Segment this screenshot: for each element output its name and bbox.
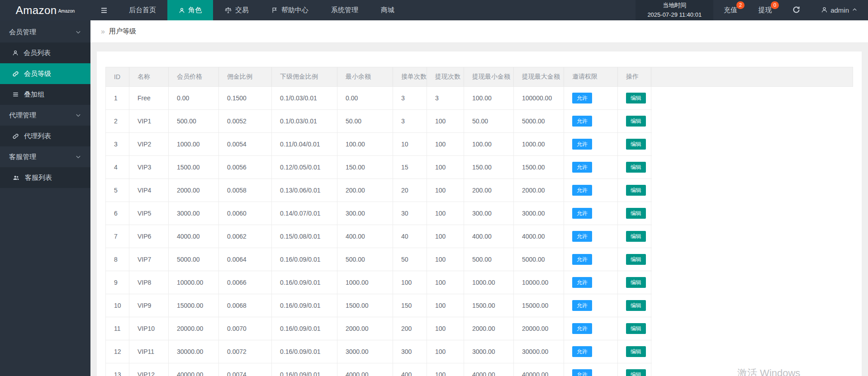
edit-button[interactable]: 编辑 bbox=[626, 93, 646, 103]
sidebar-item-3[interactable]: 叠加组 bbox=[0, 84, 90, 105]
edit-button[interactable]: 编辑 bbox=[626, 231, 646, 242]
sidebar-item-label: 会员等级 bbox=[24, 70, 51, 78]
sidebar-item-4[interactable]: 代理管理 bbox=[0, 105, 90, 126]
cell-0-0: 1 bbox=[106, 87, 129, 109]
local-time: 当地时间 2025-07-29 11:40:01 bbox=[636, 0, 713, 20]
allow-button[interactable]: 允许 bbox=[572, 300, 592, 311]
table-row: 5VIP42000.000.00580.13/0.06/0.01200.0020… bbox=[106, 179, 652, 202]
breadcrumb: » 用户等级 bbox=[90, 20, 868, 43]
column-header-6: 接单次数 bbox=[393, 67, 427, 86]
column-header-10: 邀请权限 bbox=[564, 67, 618, 86]
allow-button[interactable]: 允许 bbox=[572, 208, 592, 219]
user-menu[interactable]: admin bbox=[811, 0, 868, 20]
hamburger-icon[interactable] bbox=[90, 0, 118, 20]
edit-button[interactable]: 编辑 bbox=[626, 277, 646, 288]
edit-button[interactable]: 编辑 bbox=[626, 369, 646, 376]
cell-12-1: VIP12 bbox=[129, 363, 169, 376]
refresh-button[interactable] bbox=[782, 0, 811, 20]
cell-2-5: 100.00 bbox=[337, 133, 393, 155]
nav-item-label: 交易 bbox=[235, 6, 249, 14]
allow-button[interactable]: 允许 bbox=[572, 139, 592, 150]
cell-10-2: 20000.00 bbox=[169, 317, 219, 340]
cell-9-3: 0.0068 bbox=[219, 294, 272, 317]
edit-button[interactable]: 编辑 bbox=[626, 139, 646, 150]
allow-button[interactable]: 允许 bbox=[572, 323, 592, 334]
sidebar-item-0[interactable]: 会员管理 bbox=[0, 22, 90, 42]
allow-button[interactable]: 允许 bbox=[572, 185, 592, 196]
cell-8-3: 0.0066 bbox=[219, 271, 272, 294]
cell-10-4: 0.16/0.09/0.01 bbox=[272, 317, 337, 340]
cell-0-4: 0.1/0.03/0.01 bbox=[272, 87, 337, 109]
local-time-label: 当地时间 bbox=[647, 1, 702, 10]
recharge-button[interactable]: 充值 2 bbox=[713, 0, 748, 20]
withdraw-button[interactable]: 提现 0 bbox=[748, 0, 782, 20]
cell-2-8: 100.00 bbox=[464, 133, 514, 155]
cell-1-3: 0.0052 bbox=[219, 110, 272, 132]
nav-item-0[interactable]: 后台首页 bbox=[118, 0, 167, 20]
allow-button[interactable]: 允许 bbox=[572, 93, 592, 103]
nav-item-3[interactable]: 帮助中心 bbox=[260, 0, 320, 20]
allow-button[interactable]: 允许 bbox=[572, 369, 592, 376]
cell-10-5: 2000.00 bbox=[337, 317, 393, 340]
cell-10-3: 0.0070 bbox=[219, 317, 272, 340]
invite-permission-cell: 允许 bbox=[564, 363, 618, 376]
action-cell: 编辑 bbox=[618, 340, 651, 363]
cell-5-7: 100 bbox=[427, 202, 464, 225]
cell-5-2: 3000.00 bbox=[169, 202, 219, 225]
invite-permission-cell: 允许 bbox=[564, 202, 618, 225]
sidebar-item-6[interactable]: 客服管理 bbox=[0, 146, 90, 167]
action-cell: 编辑 bbox=[618, 110, 651, 132]
cell-8-6: 100 bbox=[393, 271, 427, 294]
cell-11-3: 0.0072 bbox=[219, 340, 272, 363]
edit-button[interactable]: 编辑 bbox=[626, 185, 646, 196]
sidebar-item-7[interactable]: 客服列表 bbox=[0, 167, 90, 188]
cell-11-0: 12 bbox=[106, 340, 129, 363]
allow-button[interactable]: 允许 bbox=[572, 162, 592, 173]
table-row: 2VIP1500.000.00520.1/0.03/0.0150.0031005… bbox=[106, 110, 652, 133]
recharge-badge: 2 bbox=[736, 1, 745, 9]
edit-button[interactable]: 编辑 bbox=[626, 300, 646, 311]
edit-button[interactable]: 编辑 bbox=[626, 254, 646, 265]
edit-button[interactable]: 编辑 bbox=[626, 346, 646, 357]
cell-1-6: 3 bbox=[393, 110, 427, 132]
nav-item-1[interactable]: 角色 bbox=[167, 0, 213, 20]
allow-button[interactable]: 允许 bbox=[572, 346, 592, 357]
local-time-value: 2025-07-29 11:40:01 bbox=[647, 10, 702, 19]
table-wrap: ID名称会员价格佣金比例下级佣金比例最小余额接单次数提现次数提现最小金额提现最大… bbox=[97, 52, 862, 376]
sidebar-item-5[interactable]: 代理列表 bbox=[0, 126, 90, 146]
withdraw-badge: 0 bbox=[771, 1, 779, 9]
edit-button[interactable]: 编辑 bbox=[626, 323, 646, 334]
sidebar-item-1[interactable]: 会员列表 bbox=[0, 42, 90, 63]
allow-button[interactable]: 允许 bbox=[572, 231, 592, 242]
sidebar-item-2[interactable]: 会员等级 bbox=[0, 63, 90, 84]
column-header-11: 操作 bbox=[618, 67, 651, 86]
allow-button[interactable]: 允许 bbox=[572, 277, 592, 288]
invite-permission-cell: 允许 bbox=[564, 179, 618, 202]
allow-button[interactable]: 允许 bbox=[572, 254, 592, 265]
nav-item-label: 系统管理 bbox=[331, 6, 358, 14]
breadcrumb-separator-icon: » bbox=[101, 28, 105, 36]
edit-button[interactable]: 编辑 bbox=[626, 208, 646, 219]
column-header-5: 最小余额 bbox=[337, 67, 393, 86]
nav-item-4[interactable]: 系统管理 bbox=[320, 0, 370, 20]
cell-7-2: 5000.00 bbox=[169, 248, 219, 271]
cell-2-0: 3 bbox=[106, 133, 129, 155]
cell-4-2: 2000.00 bbox=[169, 179, 219, 202]
cell-9-9: 15000.00 bbox=[514, 294, 564, 317]
cell-9-2: 15000.00 bbox=[169, 294, 219, 317]
cell-4-4: 0.13/0.06/0.01 bbox=[272, 179, 337, 202]
cell-12-0: 13 bbox=[106, 363, 129, 376]
cell-8-7: 100 bbox=[427, 271, 464, 294]
cell-1-5: 50.00 bbox=[337, 110, 393, 132]
cell-6-7: 100 bbox=[427, 225, 464, 248]
edit-button[interactable]: 编辑 bbox=[626, 162, 646, 173]
nav-item-5[interactable]: 商城 bbox=[370, 0, 406, 20]
allow-button[interactable]: 允许 bbox=[572, 116, 592, 127]
sidebar-item-label: 会员列表 bbox=[24, 49, 51, 57]
cell-5-6: 30 bbox=[393, 202, 427, 225]
edit-button[interactable]: 编辑 bbox=[626, 116, 646, 127]
nav-item-2[interactable]: 交易 bbox=[213, 0, 260, 20]
cell-4-8: 200.00 bbox=[464, 179, 514, 202]
invite-permission-cell: 允许 bbox=[564, 248, 618, 271]
cell-7-9: 5000.00 bbox=[514, 248, 564, 271]
